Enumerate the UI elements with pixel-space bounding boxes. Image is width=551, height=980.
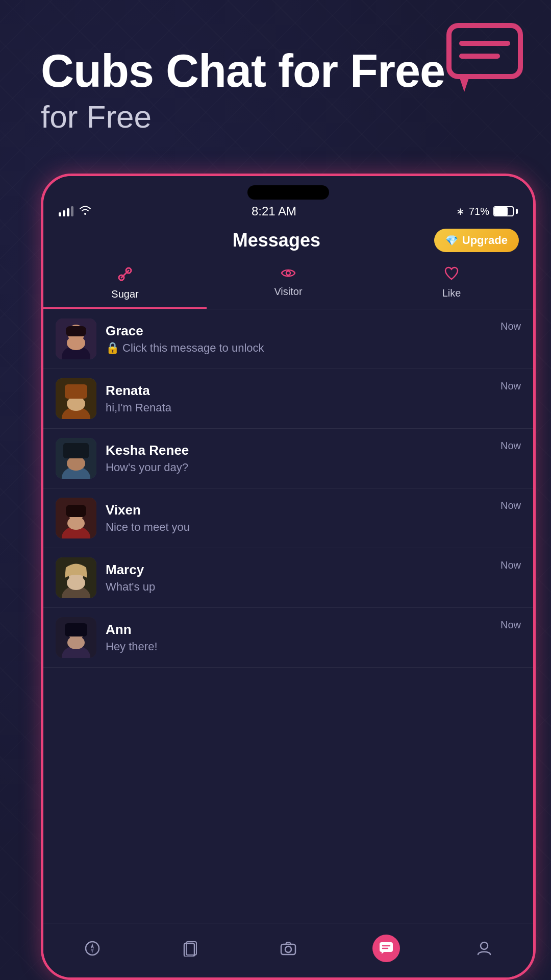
tab-sugar[interactable]: Sugar <box>43 259 207 309</box>
person-icon <box>470 935 498 962</box>
message-item-kesha[interactable]: Kesha Renee How's your day? Now <box>43 429 533 488</box>
battery-fill <box>494 207 508 215</box>
message-time-kesha: Now <box>500 440 521 452</box>
message-preview-kesha: How's your day? <box>106 461 491 474</box>
svg-point-47 <box>481 942 488 949</box>
message-time-grace: Now <box>500 321 521 332</box>
message-name-ann: Ann <box>106 622 491 638</box>
message-list: Grace 🔒 Click this message to unlock Now <box>43 309 533 923</box>
eye-icon <box>281 266 296 283</box>
svg-point-15 <box>67 397 85 411</box>
nav-camera[interactable] <box>264 932 312 965</box>
message-item-ann[interactable]: Ann Hey there! Now <box>43 608 533 668</box>
nav-messages[interactable] <box>362 932 410 965</box>
tab-visitor-label: Visitor <box>274 286 302 298</box>
message-preview-renata: hi,I'm Renata <box>106 401 491 414</box>
message-preview-grace: 🔒 Click this message to unlock <box>106 341 491 355</box>
tab-visitor[interactable]: Visitor <box>207 259 370 309</box>
message-preview-marcy: What's up <box>106 580 491 594</box>
tab-like-label: Like <box>442 287 461 299</box>
message-item-renata[interactable]: Renata hi,I'm Renata Now <box>43 369 533 429</box>
message-list-container: Grace 🔒 Click this message to unlock Now <box>43 309 533 977</box>
svg-rect-35 <box>65 623 87 636</box>
svg-marker-3 <box>459 77 469 92</box>
message-name-kesha: Kesha Renee <box>106 443 491 458</box>
message-name-grace: Grace <box>106 323 491 339</box>
message-name-vixen: Vixen <box>106 502 491 518</box>
battery-indicator <box>493 206 518 216</box>
phone-frame: 8:21 AM ∗ 71% Messages 💎 Upgrade <box>41 174 536 980</box>
message-name-marcy: Marcy <box>106 562 491 578</box>
bottom-nav <box>43 923 533 977</box>
lock-icon: 🔒 <box>106 341 119 355</box>
avatar-kesha-img <box>56 438 96 479</box>
dynamic-island <box>247 185 329 200</box>
message-time-ann: Now <box>500 619 521 631</box>
avatar-ann-img <box>56 617 96 658</box>
tab-sugar-label: Sugar <box>111 288 138 300</box>
svg-marker-37 <box>91 943 94 948</box>
app-header: Messages 💎 Upgrade <box>43 224 533 259</box>
message-content-vixen: Vixen Nice to meet you <box>106 502 491 534</box>
avatar-grace <box>56 318 96 359</box>
svg-point-30 <box>67 576 85 590</box>
candy-icon <box>117 266 133 285</box>
wifi-icon <box>79 205 92 218</box>
avatar-grace-img <box>56 318 96 359</box>
svg-point-34 <box>67 636 85 649</box>
compass-icon <box>79 935 106 962</box>
svg-rect-16 <box>65 384 87 399</box>
message-content-marcy: Marcy What's up <box>106 562 491 594</box>
message-preview-vixen: Nice to meet you <box>106 521 491 534</box>
message-content-kesha: Kesha Renee How's your day? <box>106 443 491 474</box>
message-item-marcy[interactable]: Marcy What's up Now <box>43 548 533 608</box>
battery-body <box>493 206 514 216</box>
status-bar: 8:21 AM ∗ 71% <box>43 176 533 224</box>
heart-icon <box>444 266 459 284</box>
nav-cards[interactable] <box>166 932 214 965</box>
message-time-renata: Now <box>500 380 521 392</box>
avatar-kesha <box>56 438 96 479</box>
svg-rect-11 <box>66 326 86 336</box>
upgrade-button[interactable]: 💎 Upgrade <box>434 229 519 252</box>
status-time: 8:21 AM <box>252 204 296 218</box>
message-item-grace[interactable]: Grace 🔒 Click this message to unlock Now <box>43 309 533 369</box>
avatar-ann <box>56 617 96 658</box>
signal-bar-1 <box>59 212 61 216</box>
signal-bar-2 <box>63 210 65 216</box>
signal-bar-3 <box>67 208 69 216</box>
svg-point-25 <box>67 517 85 530</box>
signal-bar-4 <box>71 206 73 216</box>
message-preview-ann: Hey there! <box>106 640 491 653</box>
page-title: Messages <box>119 230 434 251</box>
app-title: Cubs Chat for Free <box>41 46 445 96</box>
status-right: ∗ 71% <box>456 205 518 217</box>
nav-explore[interactable] <box>68 932 116 965</box>
message-content-ann: Ann Hey there! <box>106 622 491 653</box>
avatar-renata-img <box>56 378 96 419</box>
message-name-renata: Renata <box>106 383 491 399</box>
svg-point-42 <box>285 946 291 952</box>
svg-point-6 <box>286 271 290 275</box>
diamond-icon: 💎 <box>445 234 458 247</box>
message-content-grace: Grace 🔒 Click this message to unlock <box>106 323 491 355</box>
svg-rect-26 <box>66 505 86 517</box>
header-section: Cubs Chat for Free for Free <box>41 46 445 135</box>
deco-chat-icon <box>439 10 531 102</box>
battery-percent: 71% <box>469 206 489 217</box>
nav-profile[interactable] <box>460 932 508 965</box>
avatar-marcy-img <box>56 557 96 598</box>
avatar-vixen-img <box>56 498 96 538</box>
battery-tip <box>516 209 518 214</box>
avatar-renata <box>56 378 96 419</box>
message-item-vixen[interactable]: Vixen Nice to meet you Now <box>43 488 533 548</box>
svg-rect-21 <box>63 443 89 458</box>
svg-rect-0 <box>449 26 520 77</box>
tab-bar: Sugar Visitor Like <box>43 259 533 309</box>
bluetooth-icon: ∗ <box>456 205 465 217</box>
svg-marker-38 <box>91 948 94 953</box>
svg-rect-43 <box>380 942 393 952</box>
camera-icon <box>274 935 302 962</box>
avatar-marcy <box>56 557 96 598</box>
tab-like[interactable]: Like <box>370 259 533 309</box>
